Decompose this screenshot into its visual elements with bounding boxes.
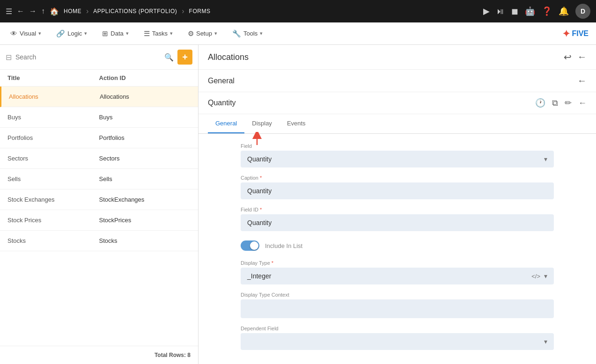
forward-icon[interactable]: → bbox=[29, 7, 37, 15]
dependent-field-wrapper[interactable]: ▾ bbox=[241, 333, 554, 350]
list-item[interactable]: Portfolios Portfolios bbox=[0, 128, 198, 148]
help-icon[interactable]: ❓ bbox=[542, 6, 552, 16]
copy-icon[interactable]: ⧉ bbox=[552, 98, 558, 108]
visual-label: Visual bbox=[20, 30, 36, 37]
nav-sep-1: › bbox=[86, 7, 88, 15]
search-icon[interactable]: 🔍 bbox=[164, 53, 174, 62]
field-value: Quantity bbox=[247, 155, 272, 163]
main-layout: ⊟ 🔍 + Title Action ID Allocations Alloca… bbox=[0, 45, 596, 364]
content-area: Allocations ↩ ← General ← Quantity 🕐 ⧉ ✏… bbox=[199, 45, 596, 364]
data-menu[interactable]: ⊞ Data ▾ bbox=[99, 28, 131, 40]
up-icon[interactable]: ↑ bbox=[41, 7, 45, 15]
play-icon[interactable]: ▶ bbox=[483, 6, 490, 16]
sidebar-footer: Total Rows: 8 bbox=[0, 346, 198, 364]
col-title-header: Title bbox=[7, 74, 99, 81]
forms-nav-label[interactable]: FORMS bbox=[189, 8, 211, 15]
field-input-wrapper[interactable]: Quantity ▾ bbox=[241, 151, 554, 167]
general-header: General ← bbox=[199, 70, 596, 92]
media-icon[interactable]: ⏯ bbox=[496, 7, 505, 16]
field-id-input[interactable]: Quantity bbox=[241, 214, 554, 231]
search-input[interactable] bbox=[15, 53, 161, 61]
top-bar-left: ☰ ← → ↑ 🏠 HOME › APPLICATIONS (PORTFOLIO… bbox=[6, 7, 479, 16]
tasks-icon: ☰ bbox=[144, 29, 150, 38]
logic-menu[interactable]: 🔗 Logic ▾ bbox=[53, 28, 90, 40]
list-item[interactable]: Sectors Sectors bbox=[0, 148, 198, 169]
display-type-label: Display Type * bbox=[241, 260, 554, 266]
tools-arrow: ▾ bbox=[260, 30, 263, 36]
filter-icon: ⊟ bbox=[6, 53, 12, 62]
setup-label: Setup bbox=[196, 30, 212, 37]
logic-label: Logic bbox=[67, 30, 82, 37]
quantity-title: Quantity bbox=[208, 99, 236, 107]
allocations-header: Allocations ↩ ← bbox=[199, 45, 596, 70]
row-action: Buys bbox=[99, 114, 191, 121]
general-title: General bbox=[208, 77, 235, 85]
bell-icon[interactable]: 🔔 bbox=[559, 6, 569, 16]
history-icon[interactable]: 🕐 bbox=[535, 98, 545, 108]
setup-arrow: ▾ bbox=[214, 30, 217, 36]
applications-nav-label[interactable]: APPLICATIONS (PORTFOLIO) bbox=[93, 8, 177, 15]
back-icon[interactable]: ← bbox=[17, 7, 24, 15]
visual-icon: 👁 bbox=[10, 29, 17, 37]
display-type-dropdown-icon[interactable]: ▾ bbox=[544, 272, 547, 280]
tab-events[interactable]: Events bbox=[280, 114, 313, 133]
display-type-wrapper[interactable]: _Integer </> ▾ bbox=[241, 268, 554, 284]
setup-menu[interactable]: ⚙ Setup ▾ bbox=[185, 28, 220, 40]
tab-events-label: Events bbox=[287, 120, 306, 127]
list-item[interactable]: Allocations Allocations bbox=[0, 87, 198, 107]
user-avatar[interactable]: D bbox=[575, 4, 590, 19]
list-item[interactable]: Buys Buys bbox=[0, 107, 198, 128]
top-navigation-bar: ☰ ← → ↑ 🏠 HOME › APPLICATIONS (PORTFOLIO… bbox=[0, 0, 596, 22]
quantity-header: Quantity 🕐 ⧉ ✏ ← bbox=[199, 92, 596, 114]
stop-icon[interactable]: ◼ bbox=[511, 6, 518, 16]
robot-icon[interactable]: 🤖 bbox=[525, 6, 535, 16]
row-title: Sectors bbox=[7, 155, 99, 162]
home-nav-label[interactable]: HOME bbox=[64, 8, 81, 15]
row-title: Stocks bbox=[7, 237, 99, 244]
total-rows-label: Total Rows: 8 bbox=[155, 352, 191, 358]
data-arrow: ▾ bbox=[126, 30, 129, 36]
logic-arrow: ▾ bbox=[84, 30, 87, 36]
sidebar: ⊟ 🔍 + Title Action ID Allocations Alloca… bbox=[0, 45, 199, 364]
row-action: Allocations bbox=[100, 93, 191, 100]
second-bar-left: 👁 Visual ▾ 🔗 Logic ▾ ⊞ Data ▾ ☰ Tasks ▾ … bbox=[7, 28, 265, 40]
field-id-field: Field ID * Quantity bbox=[241, 207, 554, 231]
dependent-field-field: Dependent Field ▾ bbox=[241, 326, 554, 350]
display-type-context-field: Display Type Context bbox=[241, 292, 554, 318]
undo-icon[interactable]: ↩ bbox=[564, 51, 572, 63]
dependent-field-label: Dependent Field bbox=[241, 326, 554, 331]
list-item[interactable]: Sells Sells bbox=[0, 169, 198, 189]
hamburger-icon[interactable]: ☰ bbox=[6, 7, 12, 16]
edit-icon[interactable]: ✏ bbox=[565, 98, 572, 108]
tools-menu[interactable]: 🔧 Tools ▾ bbox=[229, 28, 265, 40]
row-action: Sectors bbox=[99, 155, 191, 162]
display-type-context-input[interactable] bbox=[241, 299, 554, 318]
top-bar-right: ▶ ⏯ ◼ 🤖 ❓ 🔔 D bbox=[483, 4, 590, 19]
caption-input[interactable]: Quantity bbox=[241, 182, 554, 199]
allocations-title: Allocations bbox=[208, 52, 249, 62]
include-in-list-toggle[interactable] bbox=[241, 240, 259, 251]
row-title: Sells bbox=[7, 175, 99, 182]
caption-value: Quantity bbox=[247, 187, 272, 195]
five-logo-icon: ✦ bbox=[562, 28, 570, 39]
back-panel-icon[interactable]: ← bbox=[577, 51, 587, 63]
home-icon[interactable]: 🏠 bbox=[50, 7, 59, 16]
tab-display-label: Display bbox=[252, 120, 272, 127]
tasks-menu[interactable]: ☰ Tasks ▾ bbox=[141, 28, 176, 40]
close-panel-icon[interactable]: ← bbox=[578, 98, 587, 108]
tab-general[interactable]: General bbox=[208, 114, 244, 133]
tab-display[interactable]: Display bbox=[244, 114, 280, 133]
code-icon[interactable]: </> bbox=[531, 273, 540, 280]
add-button[interactable]: + bbox=[177, 50, 192, 65]
list-item[interactable]: Stock Exchanges StockExchanges bbox=[0, 189, 198, 210]
list-item[interactable]: Stock Prices StockPrices bbox=[0, 210, 198, 231]
general-back-icon[interactable]: ← bbox=[577, 75, 587, 86]
list-item[interactable]: Stocks Stocks bbox=[0, 231, 198, 251]
form-body: Field Quantity ▾ Caption * Quantity Fiel… bbox=[199, 134, 596, 364]
display-type-field: Display Type * _Integer </> ▾ bbox=[241, 260, 554, 284]
visual-menu[interactable]: 👁 Visual ▾ bbox=[7, 28, 44, 39]
tab-general-label: General bbox=[215, 120, 237, 127]
logic-icon: 🔗 bbox=[56, 29, 65, 38]
display-type-icons: </> ▾ bbox=[531, 272, 547, 280]
field-label: Field bbox=[241, 143, 554, 149]
